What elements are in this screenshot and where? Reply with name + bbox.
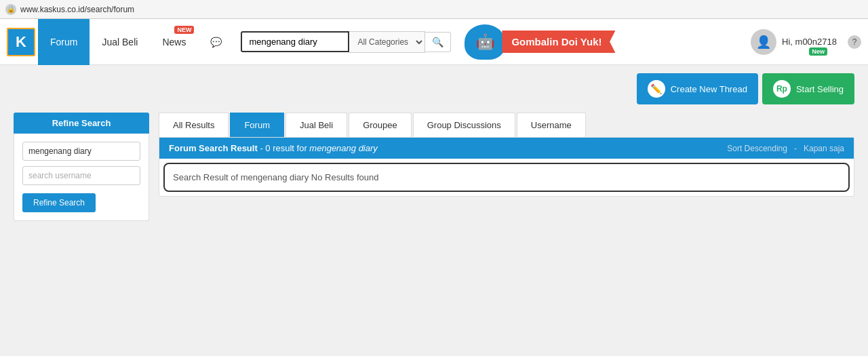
tab-groupee[interactable]: Groupee	[349, 113, 412, 137]
url-text: www.kaskus.co.id/search/forum	[20, 5, 134, 14]
results-container: Forum Search Result - 0 result for menge…	[159, 137, 854, 197]
start-selling-label: Start Selling	[796, 84, 844, 94]
user-greeting: Hi, m00n2718	[782, 37, 837, 47]
more-icon: 💬	[210, 37, 222, 47]
refine-search-button[interactable]: Refine Search	[22, 193, 96, 212]
main-content: All Results Forum Jual Beli Groupee Grou…	[159, 113, 854, 221]
rp-icon: Rp	[773, 80, 791, 98]
content-area: Refine Search Refine Search All Results …	[0, 113, 868, 235]
category-select[interactable]: All Categories	[349, 31, 425, 53]
tab-jualbeli[interactable]: Jual Beli	[285, 113, 347, 137]
tab-forum[interactable]: Forum	[230, 113, 284, 137]
results-header-detail: - 0 result for	[260, 143, 309, 153]
search-results-box: Search Result of mengenang diary No Resu…	[163, 163, 850, 192]
logo[interactable]: K	[7, 28, 35, 56]
promo-character: 🤖	[465, 24, 505, 60]
sort-separator: -	[794, 144, 797, 153]
create-thread-button[interactable]: ✏️ Create New Thread	[637, 73, 758, 104]
start-selling-button[interactable]: Rp Start Selling	[762, 73, 854, 104]
nav-jualbeli[interactable]: Jual Beli	[90, 19, 150, 65]
no-results-text: Search Result of mengenang diary No Resu…	[173, 170, 840, 185]
results-header-prefix: Forum Search Result	[169, 143, 258, 153]
results-header: Forum Search Result - 0 result for menge…	[159, 138, 854, 159]
nav-forum[interactable]: Forum	[38, 19, 90, 65]
nav-right: 👤 Hi, m00n2718 New ?	[751, 29, 861, 55]
promo-banner: 🤖 Gombalin Doi Yuk!	[465, 24, 615, 60]
sidebar-body: Refine Search	[14, 134, 149, 221]
results-search-term: mengenang diary	[309, 143, 377, 153]
sidebar: Refine Search Refine Search	[14, 113, 149, 221]
results-header-text: Forum Search Result - 0 result for menge…	[169, 143, 378, 153]
tab-group-discussions[interactable]: Group Discussions	[413, 113, 515, 137]
sort-label[interactable]: Sort Descending	[727, 144, 787, 153]
security-icon: 🔒	[5, 4, 16, 15]
tabs: All Results Forum Jual Beli Groupee Grou…	[159, 113, 854, 137]
create-thread-label: Create New Thread	[671, 84, 747, 94]
sort-options: Sort Descending - Kapan saja	[727, 144, 844, 153]
sidebar-header: Refine Search	[14, 113, 149, 134]
nav-more[interactable]: 💬	[198, 19, 234, 65]
user-badge-new: New	[809, 47, 827, 56]
refine-search-input[interactable]	[22, 142, 140, 161]
search-box: All Categories 🔍	[241, 31, 451, 53]
tab-username[interactable]: Username	[517, 113, 586, 137]
address-bar: 🔒 www.kaskus.co.id/search/forum	[0, 0, 868, 19]
time-label[interactable]: Kapan saja	[804, 144, 844, 153]
action-bar: ✏️ Create New Thread Rp Start Selling	[0, 65, 868, 113]
nav-news[interactable]: News NEW	[150, 19, 198, 65]
promo-text[interactable]: Gombalin Doi Yuk!	[502, 31, 615, 53]
help-button[interactable]: ?	[848, 35, 861, 49]
news-badge: NEW	[174, 26, 194, 34]
username-search-input[interactable]	[22, 166, 140, 185]
search-button[interactable]: 🔍	[425, 32, 451, 52]
tab-all-results[interactable]: All Results	[159, 113, 229, 137]
navbar: K Forum Jual Beli News NEW 💬 All Categor…	[0, 19, 868, 65]
pencil-icon: ✏️	[648, 80, 665, 98]
search-input[interactable]	[241, 31, 349, 52]
avatar: 👤	[751, 29, 776, 55]
